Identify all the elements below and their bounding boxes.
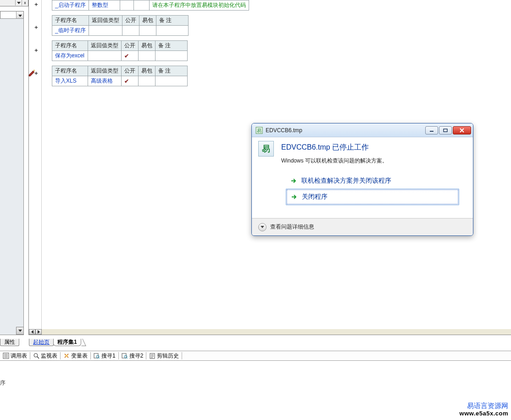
dialog-program-icon: 易 [258,141,274,157]
header-name: 子程序名 [52,66,88,76]
tab-label: 属性 [4,339,15,345]
toolbar-label: 搜寻1 [101,352,116,360]
cell-pub-check[interactable]: ✔ [122,76,139,86]
tab-start-page[interactable]: 起始页 [29,339,54,346]
code-gutter: + + + + [29,0,42,335]
chevron-right-icon [38,330,40,334]
table-header-row: 子程序名 返回值类型 公开 易包 备 注 [52,66,188,76]
chevron-down-icon [17,2,21,4]
expand-plus-icon[interactable]: + [33,47,39,54]
header-name: 子程序名 [52,41,88,51]
cell-pub-check[interactable]: ✔ [122,51,139,61]
cell-pkg[interactable] [133,0,149,11]
cell-pub[interactable] [120,0,133,11]
cell-pkg[interactable] [139,51,156,61]
option-label: 关闭程序 [302,193,328,201]
cell-pkg[interactable] [139,76,156,86]
dialog-heading: EDVCCB6.tmp 已停止工作 [281,142,465,152]
magnifier-icon [33,353,39,359]
table-row[interactable]: 导入XLS 高级表格 ✔ [52,76,188,86]
toolbar-item-watch[interactable]: 监视表 [30,351,60,360]
panel-dropdown-button[interactable] [15,0,22,6]
svg-rect-15 [444,129,447,132]
dialog-footer-label[interactable]: 查看问题详细信息 [270,223,314,231]
svg-line-7 [99,358,100,358]
close-button[interactable] [453,126,471,134]
toolbar-item-cliphistory[interactable]: 剪辑历史 [146,351,182,360]
table-header-row: 子程序名 返回值类型 公开 易包 备 注 [52,16,189,26]
cell-pkg[interactable] [139,26,156,36]
header-name: 子程序名 [52,16,89,26]
program-icon-glyph: 易 [262,143,270,154]
horizontal-scrollbar[interactable] [29,329,511,335]
toolbar-label: 监视表 [41,352,57,360]
header-ret: 返回值类型 [88,41,122,51]
header-pkg: 易包 [139,66,156,76]
expand-details-button[interactable] [258,223,267,231]
cell-note[interactable] [156,76,188,86]
status-text: 序 [0,379,6,387]
table-row[interactable]: _启动子程序 整数型 请在本子程序中放置易模块初始化代码 [52,0,249,11]
chevron-left-icon [31,330,33,334]
toolbar-label: 搜寻2 [129,352,144,360]
chevron-down-icon [18,330,22,332]
dialog-subtext: Windows 可以联机检查该问题的解决方案。 [281,157,465,165]
dialog-titlebar[interactable]: 易 EDVCCB6.tmp [252,123,473,137]
header-ret: 返回值类型 [89,16,122,26]
side-panel-scroll-down[interactable] [16,327,24,335]
dialog-option-close-program[interactable]: 关闭程序 [286,189,459,205]
toolbar-item-vartable[interactable]: 变量表 [61,351,90,360]
tab-program-set[interactable]: 程序集1 [53,339,81,346]
svg-rect-5 [94,353,98,358]
header-pub: 公开 [122,41,139,51]
app-icon: 易 [256,127,263,134]
close-icon: x [24,1,26,5]
panel-close-button[interactable]: x [22,0,28,6]
svg-point-4 [66,355,67,357]
toolbar-item-search1[interactable]: 搜寻1 [91,351,118,360]
chevron-down-icon [18,15,22,17]
arrow-right-icon [290,178,297,184]
maximize-button[interactable] [439,126,452,134]
list-icon [3,353,9,359]
tab-label: 起始页 [33,339,50,345]
toolbar-label: 调用表 [11,352,27,360]
bottom-toolbar: 调用表 监视表 变量表 搜寻1 搜寻2 剪辑历史 [0,351,511,361]
cell-pub[interactable] [122,26,139,36]
cell-ret[interactable]: 高级表格 [88,76,122,86]
separator [182,352,182,359]
cell-ret[interactable] [88,51,122,61]
scroll-left-button[interactable] [29,329,35,335]
cell-name[interactable]: _启动子程序 [52,0,89,11]
tab-properties[interactable]: 属性 [0,339,19,346]
scroll-right-button[interactable] [35,329,42,335]
cell-name[interactable]: 保存为excel [52,51,88,61]
edit-pencil-icon [28,69,36,77]
cell-name[interactable]: 导入XLS [52,76,88,86]
table-row[interactable]: _临时子程序 [52,26,189,36]
subprogram-table-3: 子程序名 返回值类型 公开 易包 备 注 导入XLS 高级表格 ✔ [52,66,188,86]
table-row[interactable]: 保存为excel ✔ [52,51,188,61]
cell-note[interactable]: 请在本子程序中放置易模块初始化代码 [149,0,249,11]
svg-line-3 [37,357,39,358]
side-panel-body [0,18,24,335]
header-pub: 公开 [122,66,139,76]
toolbar-item-calltable[interactable]: 调用表 [0,351,30,360]
cell-ret[interactable]: 整数型 [89,0,120,11]
toolbar-label: 剪辑历史 [157,352,179,360]
cell-note[interactable] [156,51,188,61]
dialog-footer: 查看问题详细信息 [252,218,473,235]
toolbar-item-search2[interactable]: 搜寻2 [119,351,146,360]
search-icon [94,353,100,359]
cell-ret[interactable] [89,26,122,36]
cell-name[interactable]: _临时子程序 [52,26,89,36]
expand-plus-icon[interactable]: + [33,1,39,8]
header-pub: 公开 [122,16,139,26]
cell-note[interactable] [156,26,188,36]
svg-rect-8 [122,353,126,358]
expand-plus-icon[interactable]: + [33,24,39,31]
dialog-option-check-online[interactable]: 联机检查解决方案并关闭该程序 [286,173,465,189]
toolbar-label: 变量表 [71,352,88,360]
minimize-button[interactable] [425,126,438,134]
tab-label: 程序集1 [57,339,77,345]
